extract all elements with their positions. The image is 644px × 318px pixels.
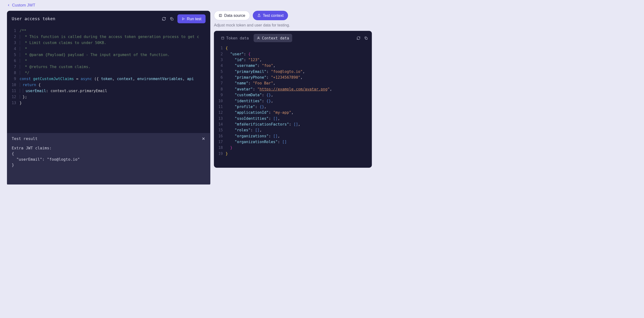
test-context-tab[interactable]: Test context: [253, 11, 288, 20]
breadcrumb-label[interactable]: Custom JWT: [12, 3, 35, 8]
svg-point-9: [258, 37, 259, 38]
close-icon[interactable]: [202, 137, 206, 141]
code-editor-card: User access token Run test 1234567891011…: [7, 11, 210, 185]
run-test-button[interactable]: Run test: [178, 15, 206, 23]
right-description: Adjust mock token and user data for test…: [214, 23, 372, 28]
data-source-tab[interactable]: Data source: [214, 11, 250, 20]
svg-rect-4: [219, 14, 222, 17]
json-gutter: 12345678910111213141516171819: [214, 45, 226, 156]
back-icon[interactable]: [7, 3, 10, 7]
refresh-icon[interactable]: [162, 17, 166, 21]
code-lines[interactable]: /** * This function is called during the…: [20, 28, 210, 127]
svg-rect-10: [366, 38, 367, 39]
svg-rect-7: [222, 37, 224, 39]
code-editor[interactable]: 12345678910111213 /** * This function is…: [7, 27, 210, 133]
json-lines[interactable]: { "user": { "id": "123", "username": "fo…: [226, 45, 372, 156]
svg-rect-0: [171, 18, 173, 20]
breadcrumb[interactable]: Custom JWT: [7, 3, 367, 8]
token-data-label: Token data: [226, 36, 249, 40]
test-context-label: Test context: [263, 13, 284, 18]
copy-icon[interactable]: [364, 36, 368, 40]
token-data-tab[interactable]: Token data: [218, 34, 252, 42]
test-result-panel: Test result Extra JWT claims: { "userEma…: [7, 133, 210, 185]
refresh-icon[interactable]: [356, 36, 360, 40]
copy-icon[interactable]: [170, 17, 174, 21]
context-data-tab[interactable]: Context data: [254, 34, 292, 42]
data-source-label: Data source: [224, 13, 246, 18]
json-editor[interactable]: 12345678910111213141516171819 { "user": …: [214, 45, 372, 168]
run-test-label: Run test: [187, 17, 201, 21]
svg-marker-1: [182, 18, 184, 20]
result-body: Extra JWT claims: { "userEmail": "foo@lo…: [12, 145, 206, 168]
editor-title: User access token: [12, 16, 56, 21]
result-title: Test result: [12, 136, 206, 141]
context-data-card: Token data Context data: [214, 31, 372, 168]
code-gutter: 12345678910111213: [7, 28, 20, 127]
context-data-label: Context data: [262, 36, 289, 40]
